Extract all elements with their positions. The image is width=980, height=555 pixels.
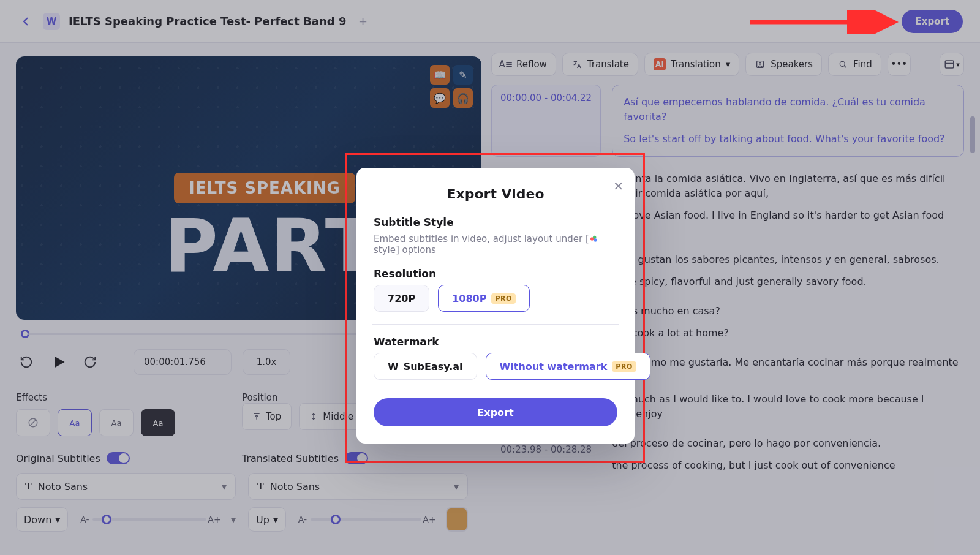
close-button[interactable]: ✕ — [613, 179, 624, 194]
back-button[interactable] — [17, 13, 34, 30]
pro-badge: PRO — [491, 293, 515, 304]
segment-es: pero me gustan los sabores picantes, int… — [594, 252, 964, 267]
trans-font-select[interactable]: T Noto Sans ▾ — [248, 473, 468, 500]
headphones-icon: 🎧 — [453, 88, 473, 108]
segment-text[interactable]: Me encanta la comida asiática. Vivo en I… — [594, 172, 964, 238]
forward-button[interactable] — [80, 352, 100, 372]
modal-title: Export Video — [374, 186, 617, 202]
top-bar: W IELTS Speaking Practice Test- Perfect … — [0, 0, 980, 43]
resolution-heading: Resolution — [374, 268, 617, 280]
effect-plain[interactable]: Aa — [99, 409, 134, 436]
orig-direction-select[interactable]: Down▾ — [16, 507, 68, 532]
segment-en: I really love Asian food. I live in Engl… — [594, 210, 944, 236]
watermark-heading: Watermark — [374, 336, 617, 348]
rewind-button[interactable] — [16, 352, 37, 372]
more-button[interactable]: ••• — [888, 53, 911, 76]
export-button[interactable]: Export — [902, 10, 963, 33]
font-icon: T — [25, 481, 32, 492]
orig-size-slider[interactable]: A- A+ — [77, 515, 222, 524]
segment-text[interactable]: ¿Cocinas mucho en casa?Do you cook a lot… — [594, 304, 964, 341]
svg-point-6 — [760, 62, 761, 64]
segment-es: Me encanta la comida asiática. Vivo en I… — [594, 172, 964, 201]
ai-icon: AI — [654, 58, 666, 70]
project-icon: W — [43, 13, 60, 30]
style-icon — [589, 234, 599, 244]
orig-sub-label: Original Subtitles — [16, 453, 100, 464]
brand-icon: W — [388, 361, 399, 372]
segment-es: Así que empecemos hablando de comida. ¿C… — [624, 95, 952, 124]
pro-badge: PRO — [612, 361, 636, 372]
orig-sub-toggle[interactable] — [107, 452, 130, 464]
chevron-down-icon: ▾ — [231, 514, 236, 526]
segment-time: 00:00.00 - 00:04.22 — [491, 85, 601, 157]
segment-text[interactable]: pero me gustan los sabores picantes, int… — [594, 252, 964, 289]
chevron-down-icon: ▾ — [454, 481, 459, 493]
timecode-field[interactable]: 00:00:01.756 — [134, 349, 232, 375]
find-button[interactable]: Find — [828, 53, 881, 76]
subtitle-heading: Subtitle Style — [374, 216, 617, 228]
svg-point-13 — [593, 236, 596, 239]
svg-point-14 — [594, 238, 597, 241]
transcript-segment[interactable]: 00:00.00 - 00:04.22Así que empecemos hab… — [491, 85, 964, 157]
trans-sub-label: Translated Subtitles — [242, 453, 339, 464]
svg-rect-9 — [945, 61, 954, 68]
chevron-down-icon: ▾ — [726, 59, 731, 70]
effect-none[interactable] — [16, 409, 50, 436]
speakers-button[interactable]: Speakers — [745, 53, 822, 76]
transcript-toolbar: A≡ Reflow Translate AI Translation ▾ Spe… — [491, 53, 964, 76]
res-1080-option[interactable]: 1080P PRO — [438, 285, 530, 312]
translation-dropdown[interactable]: AI Translation ▾ — [644, 53, 739, 76]
segment-es: del proceso de cocinar, pero lo hago por… — [612, 436, 964, 451]
svg-line-8 — [844, 66, 846, 67]
export-modal: ✕ Export Video Subtitle Style Embed subt… — [356, 168, 635, 444]
translate-button[interactable]: Translate — [562, 53, 638, 76]
speed-field[interactable]: 1.0x — [243, 349, 290, 375]
chevron-down-icon: ▾ — [222, 481, 227, 493]
segment-text[interactable]: del proceso de cocinar, pero lo hago por… — [612, 436, 964, 473]
segment-text[interactable]: Así que empecemos hablando de comida. ¿C… — [612, 85, 964, 157]
wm-none-option[interactable]: Without watermark PRO — [486, 353, 650, 380]
effect-outline[interactable]: Aa — [58, 409, 92, 436]
effects-label: Effects — [16, 392, 242, 403]
svg-line-1 — [30, 420, 37, 426]
search-icon — [837, 59, 848, 70]
segment-en: So let's start off by talking about food… — [624, 133, 944, 145]
video-chip: IELTS SPEAKING — [174, 173, 355, 203]
orig-font-select[interactable]: T Noto Sans ▾ — [16, 473, 236, 500]
book-icon: 📖 — [430, 65, 450, 85]
ellipsis-icon: ••• — [891, 59, 908, 70]
subtitle-desc: Embed subtitles in video, adjust layout … — [374, 233, 617, 255]
play-button[interactable] — [48, 352, 69, 372]
segment-es: ¿Cocinas mucho en casa? — [594, 304, 964, 319]
overlay-icon-grid: 📖 ✎ 💬 🎧 — [430, 65, 473, 108]
reflow-button[interactable]: A≡ Reflow — [491, 53, 556, 76]
effect-boxed[interactable]: Aa — [141, 409, 175, 436]
layout-toggle[interactable]: ▾ — [940, 53, 964, 76]
wm-brand-option[interactable]: W SubEasy.ai — [374, 353, 477, 380]
font-icon: T — [257, 481, 264, 492]
chevron-down-icon: ▾ — [273, 514, 278, 526]
res-720-option[interactable]: 720P — [374, 285, 429, 312]
add-tab-button[interactable]: + — [355, 13, 371, 29]
position-top[interactable]: Top — [242, 403, 292, 430]
segment-en: the process of cooking, but I just cook … — [612, 459, 895, 471]
color-swatch[interactable] — [446, 507, 468, 532]
chat-icon: 💬 — [430, 88, 450, 108]
chevron-down-icon: ▾ — [956, 61, 960, 69]
trans-direction-select[interactable]: Up▾ — [248, 507, 286, 532]
speakers-icon — [755, 59, 766, 70]
reflow-icon: A≡ — [500, 59, 511, 70]
pen-icon: ✎ — [453, 65, 473, 85]
svg-point-7 — [840, 61, 845, 66]
modal-export-button[interactable]: Export — [374, 398, 617, 426]
chevron-down-icon: ▾ — [55, 514, 60, 526]
trans-size-slider[interactable]: A- A+ — [295, 515, 437, 524]
scrollbar[interactable] — [970, 116, 975, 153]
translate-icon — [571, 59, 582, 70]
project-title: IELTS Speaking Practice Test- Perfect Ba… — [69, 15, 346, 28]
